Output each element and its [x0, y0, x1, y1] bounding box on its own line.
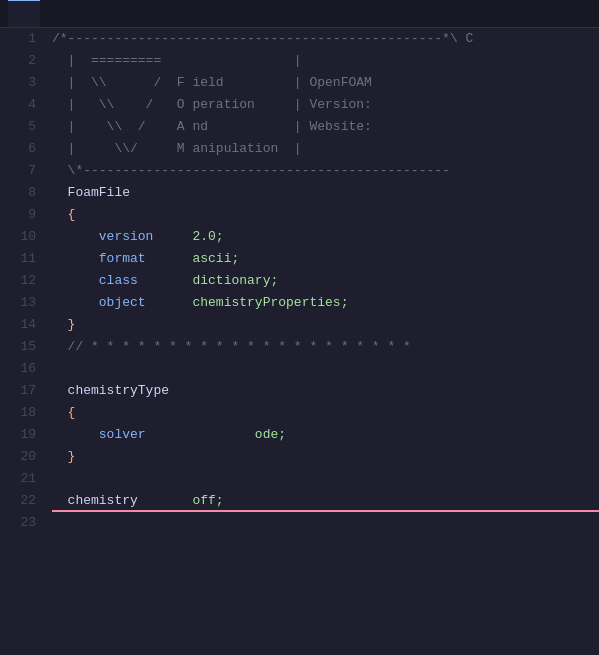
code-token: class: [52, 270, 192, 292]
line-number: 10: [0, 226, 36, 248]
line-number: 15: [0, 336, 36, 358]
code-token: version: [52, 226, 192, 248]
code-line: | \\ / A nd | Website:: [52, 116, 599, 138]
code-token: chemistryType: [52, 380, 169, 402]
line-number: 9: [0, 204, 36, 226]
code-token: // * * * * * * * * * * * * * * * * * * *…: [52, 336, 395, 358]
line-number: 13: [0, 292, 36, 314]
editor-tab[interactable]: [8, 0, 40, 27]
line-number: 6: [0, 138, 36, 160]
line-number: 4: [0, 94, 36, 116]
line-number: 5: [0, 116, 36, 138]
code-token: ode;: [255, 424, 286, 446]
code-area[interactable]: /*--------------------------------------…: [48, 28, 599, 655]
code-line: class dictionary;: [52, 270, 599, 292]
code-line: | \\ / F ield | OpenFOAM: [52, 72, 599, 94]
code-token: object: [52, 292, 192, 314]
line-number: 20: [0, 446, 36, 468]
code-token: chemistry: [52, 490, 192, 512]
code-line: [52, 468, 599, 490]
line-number: 12: [0, 270, 36, 292]
code-line: | ========= |: [52, 50, 599, 72]
code-line: chemistryType: [52, 380, 599, 402]
line-number: 2: [0, 50, 36, 72]
line-number: 11: [0, 248, 36, 270]
code-token: 2.0;: [192, 226, 223, 248]
line-number: 16: [0, 358, 36, 380]
code-token: | \\ / F ield | OpenFOAM: [52, 72, 372, 94]
code-token: solver: [52, 424, 255, 446]
code-line: /*--------------------------------------…: [52, 28, 599, 50]
code-token: }: [52, 446, 75, 468]
line-numbers: 1234567891011121314151617181920212223: [0, 28, 48, 655]
code-line: FoamFile: [52, 182, 599, 204]
line-number: 19: [0, 424, 36, 446]
editor: 1234567891011121314151617181920212223 /*…: [0, 28, 599, 655]
code-token: --------: [387, 160, 449, 182]
title-bar: [0, 0, 599, 28]
line-number: 1: [0, 28, 36, 50]
code-line: version 2.0;: [52, 226, 599, 248]
line-number: 3: [0, 72, 36, 94]
code-token: format: [52, 248, 192, 270]
line-number: 8: [0, 182, 36, 204]
code-line: | \\ / O peration | Version:: [52, 94, 599, 116]
line-number: 21: [0, 468, 36, 490]
code-token: -------*\: [387, 28, 457, 50]
code-token: {: [52, 402, 75, 424]
line-number: 7: [0, 160, 36, 182]
code-token: *: [395, 336, 411, 358]
code-line: }: [52, 446, 599, 468]
code-line: format ascii;: [52, 248, 599, 270]
code-token: off;: [192, 490, 223, 512]
code-token: {: [52, 204, 75, 226]
code-line: {: [52, 402, 599, 424]
code-token: }: [52, 314, 75, 336]
code-line: // * * * * * * * * * * * * * * * * * * *…: [52, 336, 599, 358]
code-token: | ========= |: [52, 50, 302, 72]
line-number: 18: [0, 402, 36, 424]
code-line: chemistry off;: [52, 490, 599, 512]
code-token: chemistryProperties;: [192, 292, 348, 314]
code-line: object chemistryProperties;: [52, 292, 599, 314]
code-line: }: [52, 314, 599, 336]
line-number: 17: [0, 380, 36, 402]
code-line: | \\/ M anipulation |: [52, 138, 599, 160]
code-token: \*--------------------------------------…: [52, 160, 387, 182]
code-token: FoamFile: [52, 182, 130, 204]
code-token: | \\ / O peration | Version:: [52, 94, 372, 116]
code-token: /*--------------------------------------…: [52, 28, 387, 50]
code-token: | \\/ M anipulation |: [52, 138, 302, 160]
code-token: ascii;: [192, 248, 239, 270]
code-line: [52, 512, 599, 534]
code-line: \*--------------------------------------…: [52, 160, 599, 182]
line-number: 14: [0, 314, 36, 336]
code-token: | \\ / A nd | Website:: [52, 116, 372, 138]
code-token: C: [458, 28, 474, 50]
code-line: solver ode;: [52, 424, 599, 446]
code-token: dictionary;: [192, 270, 278, 292]
code-line: [52, 358, 599, 380]
line-number: 23: [0, 512, 36, 534]
code-line: {: [52, 204, 599, 226]
line-number: 22: [0, 490, 36, 512]
